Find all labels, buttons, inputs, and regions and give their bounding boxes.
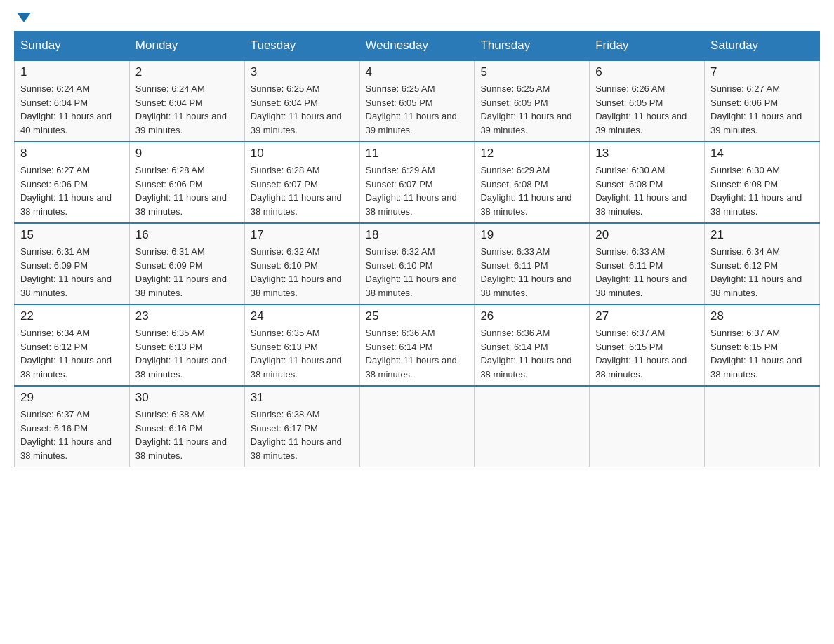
day-number: 13: [595, 147, 699, 161]
sunrise-label: Sunrise: 6:36 AM: [480, 328, 550, 338]
sunset-label: Sunset: 6:08 PM: [595, 179, 663, 189]
sunset-label: Sunset: 6:11 PM: [480, 260, 548, 271]
day-number: 21: [710, 228, 814, 242]
sunset-label: Sunset: 6:06 PM: [20, 179, 88, 189]
calendar-cell: 6 Sunrise: 6:26 AM Sunset: 6:05 PM Dayli…: [590, 60, 705, 142]
daylight-label: Daylight: 11 hours and 39 minutes.: [135, 111, 227, 135]
header-saturday: Saturday: [705, 32, 820, 61]
sunset-label: Sunset: 6:15 PM: [595, 342, 663, 352]
calendar-cell: 8 Sunrise: 6:27 AM Sunset: 6:06 PM Dayli…: [15, 142, 130, 223]
day-number: 22: [20, 309, 124, 323]
day-number: 7: [710, 65, 814, 79]
day-info: Sunrise: 6:37 AM Sunset: 6:16 PM Dayligh…: [20, 408, 124, 462]
calendar-cell: 26 Sunrise: 6:36 AM Sunset: 6:14 PM Dayl…: [475, 304, 590, 386]
sunset-label: Sunset: 6:10 PM: [251, 260, 318, 271]
daylight-label: Daylight: 11 hours and 38 minutes.: [20, 436, 112, 461]
calendar-cell: 20 Sunrise: 6:33 AM Sunset: 6:11 PM Dayl…: [590, 223, 705, 304]
day-number: 1: [20, 65, 124, 79]
calendar-cell: 12 Sunrise: 6:29 AM Sunset: 6:08 PM Dayl…: [475, 142, 590, 223]
calendar-week-1: 1 Sunrise: 6:24 AM Sunset: 6:04 PM Dayli…: [15, 60, 820, 142]
daylight-label: Daylight: 11 hours and 39 minutes.: [710, 111, 802, 135]
day-info: Sunrise: 6:25 AM Sunset: 6:05 PM Dayligh…: [366, 82, 469, 137]
day-info: Sunrise: 6:27 AM Sunset: 6:06 PM Dayligh…: [710, 82, 814, 137]
day-info: Sunrise: 6:31 AM Sunset: 6:09 PM Dayligh…: [135, 245, 239, 300]
day-number: 8: [20, 147, 124, 161]
day-info: Sunrise: 6:34 AM Sunset: 6:12 PM Dayligh…: [710, 245, 814, 300]
daylight-label: Daylight: 11 hours and 39 minutes.: [251, 111, 342, 135]
day-number: 17: [251, 228, 354, 242]
daylight-label: Daylight: 11 hours and 39 minutes.: [366, 111, 457, 135]
daylight-label: Daylight: 11 hours and 38 minutes.: [251, 274, 342, 298]
day-info: Sunrise: 6:33 AM Sunset: 6:11 PM Dayligh…: [595, 245, 699, 300]
header-sunday: Sunday: [15, 32, 130, 61]
calendar-cell: [359, 386, 475, 467]
calendar-header-row: SundayMondayTuesdayWednesdayThursdayFrid…: [15, 32, 820, 61]
calendar-cell: 29 Sunrise: 6:37 AM Sunset: 6:16 PM Dayl…: [15, 386, 130, 467]
calendar-week-5: 29 Sunrise: 6:37 AM Sunset: 6:16 PM Dayl…: [15, 386, 820, 467]
sunset-label: Sunset: 6:06 PM: [135, 179, 203, 189]
calendar-cell: 3 Sunrise: 6:25 AM Sunset: 6:04 PM Dayli…: [244, 60, 359, 142]
day-info: Sunrise: 6:27 AM Sunset: 6:06 PM Dayligh…: [20, 163, 124, 218]
day-number: 14: [710, 147, 814, 161]
daylight-label: Daylight: 11 hours and 39 minutes.: [480, 111, 571, 135]
sunrise-label: Sunrise: 6:37 AM: [20, 409, 90, 420]
daylight-label: Daylight: 11 hours and 38 minutes.: [251, 355, 342, 380]
day-info: Sunrise: 6:32 AM Sunset: 6:10 PM Dayligh…: [366, 245, 469, 300]
sunrise-label: Sunrise: 6:29 AM: [366, 165, 435, 175]
day-number: 18: [366, 228, 469, 242]
daylight-label: Daylight: 11 hours and 39 minutes.: [595, 111, 687, 135]
daylight-label: Daylight: 11 hours and 38 minutes.: [595, 274, 687, 298]
calendar-cell: 30 Sunrise: 6:38 AM Sunset: 6:16 PM Dayl…: [129, 386, 244, 467]
sunrise-label: Sunrise: 6:30 AM: [710, 165, 780, 175]
day-info: Sunrise: 6:26 AM Sunset: 6:05 PM Dayligh…: [595, 82, 699, 137]
calendar-cell: 7 Sunrise: 6:27 AM Sunset: 6:06 PM Dayli…: [705, 60, 820, 142]
day-number: 27: [595, 309, 699, 323]
calendar-cell: 25 Sunrise: 6:36 AM Sunset: 6:14 PM Dayl…: [359, 304, 475, 386]
sunrise-label: Sunrise: 6:28 AM: [135, 165, 205, 175]
daylight-label: Daylight: 11 hours and 38 minutes.: [595, 192, 687, 217]
sunrise-label: Sunrise: 6:35 AM: [251, 328, 320, 338]
sunset-label: Sunset: 6:15 PM: [710, 342, 778, 352]
sunrise-label: Sunrise: 6:27 AM: [20, 165, 90, 175]
daylight-label: Daylight: 11 hours and 38 minutes.: [366, 274, 457, 298]
day-info: Sunrise: 6:25 AM Sunset: 6:04 PM Dayligh…: [251, 82, 354, 137]
day-number: 6: [595, 65, 699, 79]
daylight-label: Daylight: 11 hours and 38 minutes.: [135, 274, 227, 298]
day-number: 4: [366, 65, 469, 79]
day-info: Sunrise: 6:25 AM Sunset: 6:05 PM Dayligh…: [480, 82, 583, 137]
calendar-cell: 13 Sunrise: 6:30 AM Sunset: 6:08 PM Dayl…: [590, 142, 705, 223]
calendar-cell: 10 Sunrise: 6:28 AM Sunset: 6:07 PM Dayl…: [244, 142, 359, 223]
calendar-cell: 4 Sunrise: 6:25 AM Sunset: 6:05 PM Dayli…: [359, 60, 475, 142]
calendar-cell: 14 Sunrise: 6:30 AM Sunset: 6:08 PM Dayl…: [705, 142, 820, 223]
day-info: Sunrise: 6:30 AM Sunset: 6:08 PM Dayligh…: [710, 163, 814, 218]
logo-triangle-icon: [17, 13, 31, 22]
day-number: 28: [710, 309, 814, 323]
day-number: 20: [595, 228, 699, 242]
calendar-cell: 16 Sunrise: 6:31 AM Sunset: 6:09 PM Dayl…: [129, 223, 244, 304]
sunset-label: Sunset: 6:13 PM: [251, 342, 318, 352]
calendar-cell: 19 Sunrise: 6:33 AM Sunset: 6:11 PM Dayl…: [475, 223, 590, 304]
day-info: Sunrise: 6:36 AM Sunset: 6:14 PM Dayligh…: [480, 326, 583, 381]
calendar-cell: 24 Sunrise: 6:35 AM Sunset: 6:13 PM Dayl…: [244, 304, 359, 386]
sunrise-label: Sunrise: 6:24 AM: [135, 83, 205, 94]
sunset-label: Sunset: 6:11 PM: [595, 260, 663, 271]
sunrise-label: Sunrise: 6:27 AM: [710, 83, 780, 94]
sunset-label: Sunset: 6:09 PM: [135, 260, 203, 271]
calendar-cell: 18 Sunrise: 6:32 AM Sunset: 6:10 PM Dayl…: [359, 223, 475, 304]
sunrise-label: Sunrise: 6:33 AM: [595, 246, 665, 257]
sunset-label: Sunset: 6:16 PM: [135, 423, 203, 434]
day-number: 12: [480, 147, 583, 161]
day-number: 26: [480, 309, 583, 323]
sunrise-label: Sunrise: 6:33 AM: [480, 246, 550, 257]
calendar-cell: 28 Sunrise: 6:37 AM Sunset: 6:15 PM Dayl…: [705, 304, 820, 386]
day-info: Sunrise: 6:28 AM Sunset: 6:06 PM Dayligh…: [135, 163, 239, 218]
sunset-label: Sunset: 6:08 PM: [710, 179, 778, 189]
sunrise-label: Sunrise: 6:29 AM: [480, 165, 550, 175]
calendar-cell: 15 Sunrise: 6:31 AM Sunset: 6:09 PM Dayl…: [15, 223, 130, 304]
day-info: Sunrise: 6:29 AM Sunset: 6:07 PM Dayligh…: [366, 163, 469, 218]
day-info: Sunrise: 6:37 AM Sunset: 6:15 PM Dayligh…: [595, 326, 699, 381]
day-info: Sunrise: 6:35 AM Sunset: 6:13 PM Dayligh…: [251, 326, 354, 381]
calendar-cell: 22 Sunrise: 6:34 AM Sunset: 6:12 PM Dayl…: [15, 304, 130, 386]
day-info: Sunrise: 6:38 AM Sunset: 6:17 PM Dayligh…: [251, 408, 354, 462]
daylight-label: Daylight: 11 hours and 38 minutes.: [20, 355, 112, 380]
